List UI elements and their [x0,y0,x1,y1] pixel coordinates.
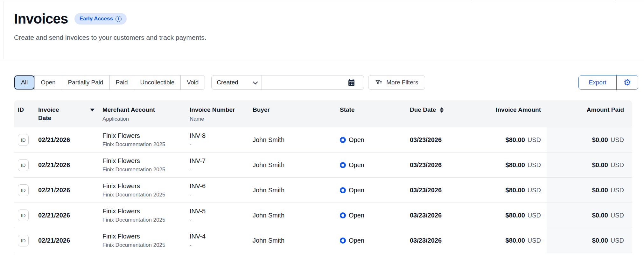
merchant-account-cell: Finix Flowers [102,132,186,140]
date-field-select[interactable]: Created [212,75,262,89]
export-button[interactable]: Export [579,75,616,89]
buyer-cell: John Smith [253,187,284,194]
table-row[interactable]: ID 02/21/2026 Finix Flowers Finix Docume… [14,228,632,253]
invoice-date-cell: 02/21/2026 [38,237,70,244]
merchant-account-cell: Finix Flowers [102,232,186,240]
invoice-number-cell: INV-4 [190,232,249,240]
invoice-amount-cell: $80.00 [506,161,525,168]
more-filters-button[interactable]: More Filters [368,75,425,90]
invoice-name-cell: - [190,241,249,249]
invoice-amount-cell: $80.00 [506,136,525,143]
due-date-cell: 03/23/2026 [410,212,442,219]
state-label: Open [349,212,364,219]
invoice-date-cell: 02/21/2026 [38,187,70,194]
invoice-currency: USD [528,187,541,194]
column-header-buyer: Buyer [249,100,336,127]
paid-currency: USD [611,161,624,168]
filter-funnel-icon [375,79,382,86]
invoice-table-body: ID 02/21/2026 Finix Flowers Finix Docume… [14,127,632,253]
id-chip[interactable]: ID [18,184,29,196]
state-cell: Open [340,212,406,219]
column-header-invoice-date[interactable]: Invoice Date [34,100,99,127]
id-chip[interactable]: ID [18,210,29,221]
paid-currency: USD [611,187,624,194]
column-header-state: State [336,100,406,127]
more-filters-label: More Filters [386,79,418,86]
date-range-input[interactable] [262,75,364,89]
tab-open[interactable]: Open [34,75,61,89]
id-chip[interactable]: ID [18,159,29,171]
due-date-cell: 03/23/2026 [410,136,442,143]
tab-paid[interactable]: Paid [109,75,134,89]
early-access-badge[interactable]: Early Access i [74,13,127,25]
state-open-icon [340,238,346,244]
merchant-account-cell: Finix Flowers [102,182,186,190]
invoice-number-cell: INV-7 [190,157,249,165]
invoice-name-cell: - [190,216,249,224]
table-row[interactable]: ID 02/21/2026 Finix Flowers Finix Docume… [14,127,632,153]
table-row[interactable]: ID 02/21/2026 Finix Flowers Finix Docume… [14,178,632,203]
filter-toolbar: All Open Partially Paid Paid Uncollectib… [14,75,638,90]
invoice-date-cell: 02/21/2026 [38,161,70,168]
sort-desc-icon [90,109,94,111]
invoice-name-cell: - [190,191,249,198]
state-label: Open [349,161,364,169]
column-header-invoice-number: Invoice Number Name [186,100,249,127]
date-filter-control: Created [211,75,364,90]
state-open-icon [340,137,346,143]
tab-void[interactable]: Void [180,75,205,89]
invoice-number-cell: INV-8 [190,132,249,140]
column-header-invoice-amount: Invoice Amount [457,100,547,127]
application-cell: Finix Documentation 2025 [102,216,186,224]
amount-paid-cell: $0.00 [592,161,608,168]
id-chip[interactable]: ID [18,235,29,246]
state-cell: Open [340,237,406,244]
export-button-group: Export ⚙ [578,75,638,90]
tab-partially-paid[interactable]: Partially Paid [62,75,109,89]
table-row[interactable]: ID 02/21/2026 Finix Flowers Finix Docume… [14,153,632,178]
paid-currency: USD [611,136,624,143]
invoice-name-cell: - [190,166,249,173]
table-header-row: ID Invoice Date Merchant Account Applica… [14,100,632,127]
due-date-cell: 03/23/2026 [410,161,442,168]
application-cell: Finix Documentation 2025 [102,141,186,148]
merchant-account-cell: Finix Flowers [102,157,186,165]
invoice-currency: USD [528,161,541,168]
state-label: Open [349,136,364,144]
buyer-cell: John Smith [253,237,284,244]
gear-icon: ⚙ [623,78,631,87]
chevron-down-icon [253,79,258,84]
buyer-cell: John Smith [253,161,284,168]
application-cell: Finix Documentation 2025 [102,241,186,249]
tab-all[interactable]: All [14,75,34,89]
paid-currency: USD [611,212,624,219]
state-cell: Open [340,161,406,169]
column-header-merchant-account: Merchant Account Application [99,100,186,127]
invoice-amount-cell: $80.00 [506,212,525,219]
invoice-currency: USD [528,136,541,143]
due-date-cell: 03/23/2026 [410,187,442,194]
table-row[interactable]: ID 02/21/2026 Finix Flowers Finix Docume… [14,203,632,228]
state-open-icon [340,212,346,218]
info-icon[interactable]: i [116,16,122,22]
application-cell: Finix Documentation 2025 [102,191,186,198]
export-settings-button[interactable]: ⚙ [616,75,638,89]
column-header-amount-paid: Amount Paid [547,100,632,127]
state-cell: Open [340,136,406,144]
buyer-cell: John Smith [253,136,284,143]
invoice-date-cell: 02/21/2026 [38,212,70,219]
amount-paid-cell: $0.00 [592,136,608,143]
application-cell: Finix Documentation 2025 [102,166,186,173]
left-hairline [3,1,4,59]
page-header: Invoices Early Access i Create and send … [0,1,644,59]
invoice-number-cell: INV-5 [190,207,249,215]
state-label: Open [349,187,364,194]
id-chip[interactable]: ID [18,134,29,146]
state-open-icon [340,162,346,168]
invoice-amount-cell: $80.00 [506,187,525,194]
invoice-name-cell: - [190,141,249,148]
column-header-due-date[interactable]: Due Date [406,100,457,127]
tab-uncollectible[interactable]: Uncollectible [134,75,181,89]
sort-both-icon [440,107,444,113]
page-title: Invoices [14,11,68,27]
